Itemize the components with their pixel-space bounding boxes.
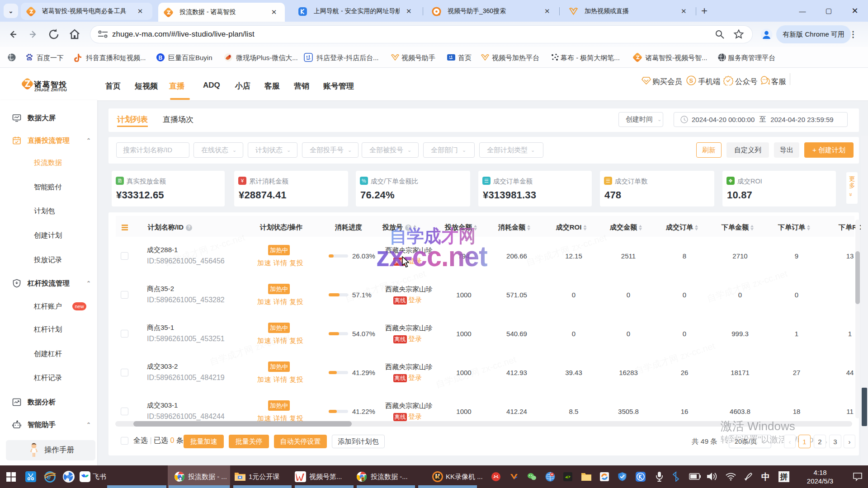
- svg-text:B: B: [159, 55, 163, 61]
- svg-text:S: S: [689, 77, 693, 84]
- svg-text:du: du: [28, 57, 31, 60]
- svg-text:e: e: [47, 473, 51, 481]
